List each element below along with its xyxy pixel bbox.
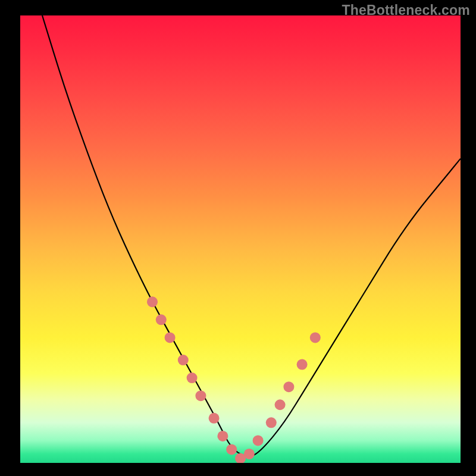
marker-point (226, 444, 237, 455)
marker-point (310, 332, 321, 343)
bottleneck-curve-path (42, 15, 461, 456)
plot-area (20, 15, 461, 463)
marker-point (266, 417, 277, 428)
marker-point (244, 449, 255, 459)
marker-group (147, 296, 321, 463)
marker-point (253, 435, 264, 446)
marker-point (275, 399, 286, 410)
curve-svg (20, 15, 461, 463)
marker-point (178, 355, 189, 365)
marker-point (283, 381, 294, 392)
marker-point (165, 332, 176, 343)
marker-point (156, 314, 167, 325)
marker-point (217, 431, 228, 441)
marker-point (297, 359, 308, 370)
marker-point (209, 413, 220, 424)
marker-point (187, 372, 198, 383)
marker-point (147, 296, 158, 307)
chart-frame: TheBottleneck.com (0, 0, 476, 476)
marker-point (195, 390, 206, 401)
